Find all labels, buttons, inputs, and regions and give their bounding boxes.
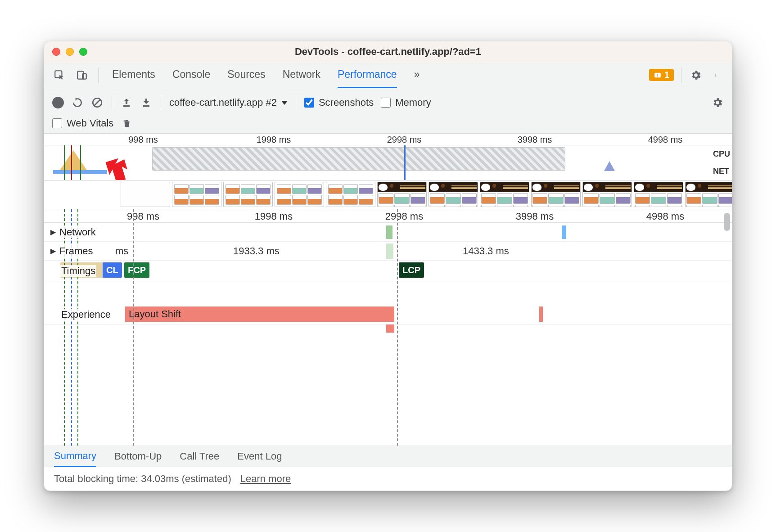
download-profile-icon[interactable] — [140, 96, 153, 109]
issues-badge[interactable]: 1 — [649, 69, 674, 81]
tab-performance[interactable]: Performance — [338, 62, 397, 88]
issues-count: 1 — [664, 70, 669, 80]
tab-elements[interactable]: Elements — [112, 62, 155, 88]
screenshot-thumb[interactable] — [172, 182, 221, 207]
ruler-tick: 2998 ms — [387, 135, 422, 145]
window-title: DevTools - coffee-cart.netlify.app/?ad=1 — [44, 46, 732, 58]
track-experience[interactable]: Experience Layout Shift — [44, 305, 732, 325]
cls-marker[interactable]: CL — [103, 262, 122, 278]
track-timings[interactable]: Timings CL FCP LCP — [44, 261, 732, 281]
screenshot-thumb[interactable] — [121, 182, 170, 207]
track-experience-sub — [44, 325, 732, 334]
network-event[interactable] — [386, 225, 393, 239]
device-toolbar-icon[interactable] — [75, 68, 89, 82]
record-button[interactable] — [52, 97, 64, 108]
tab-console[interactable]: Console — [172, 62, 210, 88]
track-frames[interactable]: ▶ Frames ms 1933.3 ms 1433.3 ms — [44, 242, 732, 261]
lcp-marker[interactable]: LCP — [399, 262, 424, 278]
tab-network[interactable]: Network — [283, 62, 320, 88]
overview-cpu-label: CPU — [713, 149, 730, 159]
minimize-window-button[interactable] — [66, 48, 74, 56]
zoom-window-button[interactable] — [79, 48, 87, 56]
svg-marker-13 — [99, 153, 134, 180]
screenshot-thumb[interactable] — [429, 182, 478, 207]
devtools-window: DevTools - coffee-cart.netlify.app/?ad=1… — [44, 41, 732, 491]
screenshot-thumb[interactable] — [480, 182, 529, 207]
track-label: Timings — [60, 265, 96, 277]
web-vitals-checkbox[interactable] — [52, 118, 62, 128]
window-controls — [52, 48, 87, 56]
settings-icon[interactable] — [689, 68, 703, 82]
fcp-marker[interactable]: FCP — [124, 262, 149, 278]
layout-shift-bar[interactable] — [386, 325, 394, 333]
expand-caret-icon[interactable]: ▶ — [50, 228, 56, 236]
subtab-summary[interactable]: Summary — [54, 446, 96, 467]
reload-button[interactable] — [71, 96, 84, 109]
cpu-spike-small — [604, 161, 615, 171]
window-titlebar: DevTools - coffee-cart.netlify.app/?ad=1 — [44, 41, 732, 62]
devtools-tabbar: Elements Console Sources Network Perform… — [44, 62, 732, 88]
detail-ruler[interactable]: 998 ms 1998 ms 2998 ms 3998 ms 4998 ms — [44, 209, 732, 223]
close-window-button[interactable] — [52, 48, 60, 56]
profile-selector[interactable]: coffee-cart.netlify.app #2 — [169, 97, 288, 108]
flamechart-pane[interactable]: 998 ms 1998 ms 2998 ms 3998 ms 4998 ms ▶… — [44, 209, 732, 446]
profile-name: coffee-cart.netlify.app #2 — [169, 97, 277, 108]
frame-duration: 1933.3 ms — [233, 245, 280, 257]
screenshot-thumb[interactable] — [582, 182, 632, 207]
marker-line — [64, 145, 65, 180]
overview-chart[interactable]: CPU NET — [44, 145, 732, 180]
summary-text: Total blocking time: 34.03ms (estimated) — [54, 473, 231, 485]
svg-point-6 — [715, 74, 716, 74]
overview-ruler[interactable]: 998 ms 1998 ms 2998 ms 3998 ms 4998 ms — [44, 134, 732, 145]
dropdown-caret-icon — [281, 101, 288, 105]
tab-sources[interactable]: Sources — [227, 62, 265, 88]
screenshots-checkbox[interactable] — [304, 98, 314, 108]
capture-settings-icon[interactable] — [711, 96, 724, 109]
more-menu-icon[interactable] — [709, 68, 724, 82]
ruler-tick: 4998 ms — [648, 135, 683, 145]
upload-profile-icon[interactable] — [120, 96, 133, 109]
memory-toggle[interactable]: Memory — [381, 97, 431, 108]
svg-rect-11 — [123, 105, 130, 107]
memory-checkbox[interactable] — [381, 98, 391, 108]
screenshot-thumb[interactable] — [223, 182, 273, 207]
delete-profile-icon[interactable] — [121, 117, 133, 130]
screenshot-thumb[interactable] — [377, 182, 427, 207]
clear-button[interactable] — [91, 96, 104, 109]
screenshot-thumb[interactable] — [531, 182, 581, 207]
screenshot-thumb[interactable] — [685, 182, 732, 207]
track-spacer — [44, 281, 732, 305]
tab-overflow[interactable]: » — [414, 62, 420, 88]
frame-duration: 1433.3 ms — [463, 245, 509, 257]
screenshots-toggle[interactable]: Screenshots — [304, 97, 374, 108]
expand-caret-icon[interactable]: ▶ — [50, 247, 56, 255]
frame-marker[interactable] — [386, 243, 393, 259]
ruler-tick: 1998 ms — [257, 135, 291, 145]
track-label: Frames — [59, 245, 94, 257]
web-vitals-toggle[interactable]: Web Vitals — [52, 117, 113, 129]
ruler-tick: 2998 ms — [385, 211, 423, 222]
screenshot-thumb[interactable] — [326, 182, 375, 207]
track-network[interactable]: ▶ Network — [44, 223, 732, 242]
screenshot-thumb[interactable] — [275, 182, 324, 207]
scrollbar-thumb[interactable] — [724, 213, 730, 231]
frame-duration: ms — [115, 245, 128, 257]
layout-shift-bar[interactable]: Layout Shift — [125, 307, 394, 322]
screenshots-filmstrip[interactable] — [44, 180, 732, 209]
learn-more-link[interactable]: Learn more — [240, 473, 291, 485]
layout-shift-bar[interactable] — [539, 307, 543, 322]
ruler-tick: 998 ms — [127, 211, 159, 222]
subtab-call-tree[interactable]: Call Tree — [180, 451, 219, 462]
details-tabbar: Summary Bottom-Up Call Tree Event Log — [44, 446, 732, 467]
svg-rect-12 — [143, 105, 149, 107]
summary-bar: Total blocking time: 34.03ms (estimated)… — [44, 467, 732, 491]
svg-line-10 — [95, 100, 100, 106]
ruler-tick: 1998 ms — [255, 211, 293, 222]
inspect-element-icon[interactable] — [52, 68, 67, 82]
track-label: Network — [59, 226, 97, 238]
overview-pane[interactable]: 998 ms 1998 ms 2998 ms 3998 ms 4998 ms C… — [44, 134, 732, 209]
screenshot-thumb[interactable] — [634, 182, 683, 207]
subtab-event-log[interactable]: Event Log — [237, 451, 282, 462]
subtab-bottom-up[interactable]: Bottom-Up — [114, 451, 162, 462]
network-event[interactable] — [562, 225, 566, 239]
